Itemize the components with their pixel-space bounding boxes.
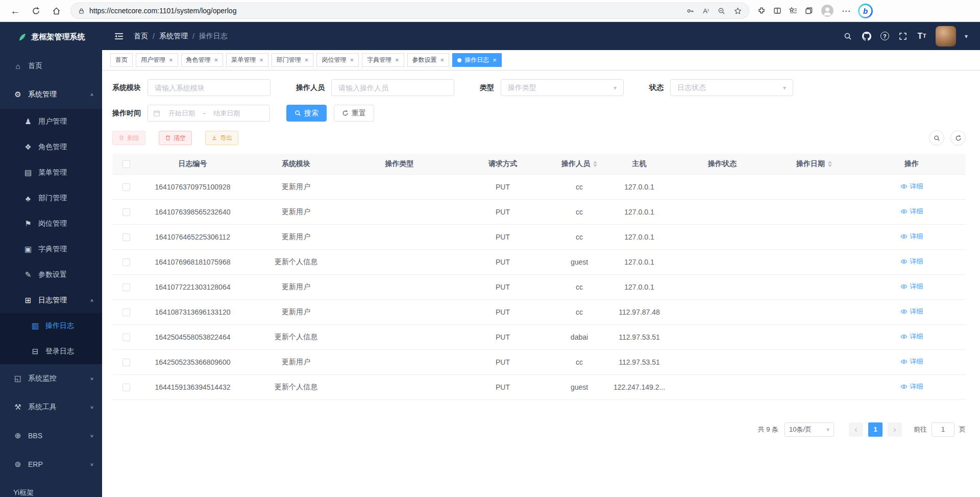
sort-icons[interactable] — [828, 161, 832, 167]
export-button[interactable]: 导出 — [205, 131, 238, 145]
avatar-caret-icon[interactable]: ▾ — [965, 33, 968, 40]
close-icon[interactable]: × — [350, 57, 354, 63]
tab-role-mgmt[interactable]: 角色管理× — [181, 53, 224, 67]
sidebar-item-param-settings[interactable]: ✎ 参数设置 — [0, 262, 102, 288]
user-avatar[interactable] — [936, 26, 956, 46]
sidebar-item-role-mgmt[interactable]: ❖ 角色管理 — [0, 134, 102, 160]
tab-home[interactable]: 首页 — [110, 53, 133, 67]
row-checkbox[interactable] — [122, 283, 130, 291]
browser-profile-avatar[interactable] — [821, 4, 834, 17]
read-aloud-icon[interactable]: A⁾ — [703, 7, 709, 15]
copilot-icon[interactable]: b — [858, 4, 873, 18]
detail-link[interactable]: 详细 — [900, 282, 923, 291]
date-range-picker[interactable]: - — [148, 105, 270, 122]
sidebar-item-erp[interactable]: ⊚ ERP ∨ — [0, 450, 102, 479]
refresh-icon[interactable] — [27, 2, 45, 19]
help-icon[interactable]: ? — [880, 32, 889, 40]
prev-page-button[interactable]: ‹ — [849, 422, 863, 437]
row-checkbox[interactable] — [122, 334, 130, 341]
detail-link[interactable]: 详细 — [900, 207, 923, 216]
tab-operation-log[interactable]: 操作日志× — [452, 53, 502, 67]
collections-icon[interactable] — [805, 7, 813, 15]
sidebar-item-operation-log[interactable]: ▥ 操作日志 — [0, 313, 102, 339]
tab-post-mgmt[interactable]: 岗位管理× — [316, 53, 359, 67]
tab-user-mgmt[interactable]: 用户管理× — [136, 53, 178, 67]
type-select[interactable]: 操作类型 ▾ — [501, 79, 624, 96]
password-key-icon[interactable] — [687, 7, 694, 15]
sidebar-item-system-monitor[interactable]: ◱ 系统监控 ∨ — [0, 364, 102, 393]
search-icon[interactable] — [843, 31, 853, 42]
sidebar-item-home[interactable]: ⌂ 首页 — [0, 52, 102, 80]
close-icon[interactable]: × — [259, 57, 263, 63]
operator-input[interactable] — [331, 79, 454, 96]
sidebar-item-menu-mgmt[interactable]: ▤ 菜单管理 — [0, 160, 102, 185]
row-checkbox[interactable] — [122, 233, 130, 241]
add-favorite-icon[interactable] — [734, 7, 742, 15]
sidebar-item-bbs[interactable]: ⊕ BBS ∨ — [0, 421, 102, 450]
github-icon[interactable] — [862, 31, 872, 42]
sidebar-item-post-mgmt[interactable]: ⚑ 岗位管理 — [0, 211, 102, 236]
extensions-icon[interactable] — [757, 7, 766, 15]
refresh-table-icon[interactable] — [950, 130, 966, 146]
back-icon[interactable]: ← — [6, 2, 24, 19]
detail-link[interactable]: 详细 — [900, 182, 923, 191]
tab-dept-mgmt[interactable]: 部门管理× — [272, 53, 314, 67]
breadcrumb-home[interactable]: 首页 — [134, 32, 148, 41]
close-icon[interactable]: × — [305, 57, 309, 63]
toggle-search-icon[interactable] — [929, 130, 944, 146]
font-size-icon[interactable]: TT — [917, 31, 927, 42]
next-page-button[interactable]: › — [888, 422, 902, 437]
close-icon[interactable]: × — [440, 57, 445, 63]
row-checkbox[interactable] — [122, 384, 130, 391]
breadcrumb-system-mgmt[interactable]: 系统管理 — [159, 32, 188, 41]
delete-button[interactable]: 删除 — [112, 131, 145, 145]
row-checkbox[interactable] — [122, 309, 130, 316]
column-date[interactable]: 操作日期 — [771, 154, 857, 174]
detail-link[interactable]: 详细 — [900, 332, 923, 341]
sidebar-item-yi-framework[interactable]: Yi框架 — [0, 479, 102, 497]
tab-menu-mgmt[interactable]: 菜单管理× — [226, 53, 268, 67]
module-input[interactable] — [148, 79, 271, 96]
sidebar-fold-icon[interactable] — [114, 32, 124, 41]
sidebar-item-system-mgmt[interactable]: ⚙ 系统管理 ∧ — [0, 80, 102, 109]
sidebar-item-system-tools[interactable]: ⚒ 系统工具 ∨ — [0, 393, 102, 421]
browser-home-icon[interactable] — [47, 2, 65, 19]
split-screen-icon[interactable] — [773, 7, 781, 15]
close-icon[interactable]: × — [493, 57, 497, 63]
row-checkbox[interactable] — [122, 183, 130, 191]
sidebar-item-login-log[interactable]: ⊟ 登录日志 — [0, 339, 102, 364]
favorites-icon[interactable] — [789, 7, 797, 15]
sidebar-item-dict-mgmt[interactable]: ▣ 字典管理 — [0, 236, 102, 262]
search-button[interactable]: 搜索 — [286, 105, 327, 122]
status-select[interactable]: 日志状态 ▾ — [670, 79, 793, 96]
start-date-input[interactable] — [163, 109, 201, 117]
clear-button[interactable]: 清空 — [159, 131, 192, 145]
tab-param-settings[interactable]: 参数设置× — [407, 53, 450, 67]
row-checkbox[interactable] — [122, 359, 130, 366]
detail-link[interactable]: 详细 — [900, 232, 923, 241]
sidebar-item-log-mgmt[interactable]: ⊞ 日志管理 ∧ — [0, 288, 102, 313]
detail-link[interactable]: 详细 — [900, 307, 923, 316]
row-checkbox[interactable] — [122, 258, 130, 266]
detail-link[interactable]: 详细 — [900, 382, 923, 391]
more-menu-icon[interactable]: ⋯ — [842, 6, 850, 16]
fullscreen-icon[interactable] — [898, 31, 908, 42]
page-size-select[interactable]: 10条/页 ▾ — [785, 422, 834, 437]
sidebar-item-dept-mgmt[interactable]: ♣ 部门管理 — [0, 185, 102, 211]
tab-dict-mgmt[interactable]: 字典管理× — [362, 53, 404, 67]
close-icon[interactable]: × — [169, 57, 173, 63]
goto-page-input[interactable] — [932, 422, 954, 437]
zoom-out-icon[interactable] — [718, 7, 725, 15]
end-date-input[interactable] — [208, 109, 246, 117]
detail-link[interactable]: 详细 — [900, 257, 923, 266]
detail-link[interactable]: 详细 — [900, 357, 923, 366]
page-number-button[interactable]: 1 — [868, 422, 883, 437]
close-icon[interactable]: × — [395, 57, 399, 63]
column-operator[interactable]: 操作人员 — [554, 154, 605, 174]
reset-button[interactable]: 重置 — [334, 105, 374, 122]
address-bar[interactable]: https://ccnetcore.com:1101/system/log/op… — [70, 3, 749, 19]
select-all-checkbox[interactable] — [122, 160, 130, 168]
close-icon[interactable]: × — [214, 57, 218, 63]
row-checkbox[interactable] — [122, 208, 130, 216]
sidebar-item-user-mgmt[interactable]: ♟ 用户管理 — [0, 109, 102, 134]
